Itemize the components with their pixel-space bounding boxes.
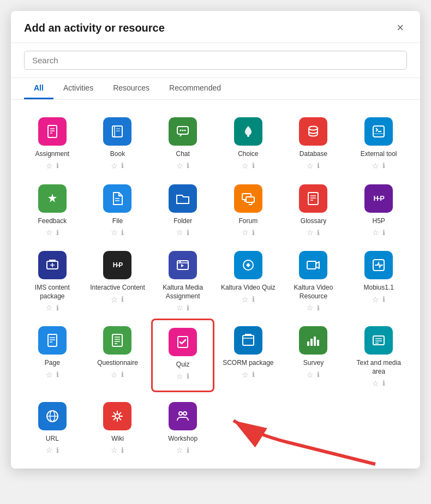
item-database[interactable]: Database ☆ ℹ bbox=[282, 110, 345, 175]
folder-icon bbox=[169, 184, 197, 213]
questionnaire-actions: ☆ ℹ bbox=[111, 370, 124, 379]
item-chat[interactable]: Chat ☆ ℹ bbox=[151, 110, 214, 175]
feedback-info[interactable]: ℹ bbox=[56, 229, 59, 237]
quiz-star[interactable]: ☆ bbox=[176, 372, 183, 381]
item-wiki[interactable]: Wiki ☆ ℹ bbox=[86, 394, 149, 459]
item-kaltura-video-resource[interactable]: Kaltura Video Resource ☆ ℹ bbox=[282, 243, 345, 316]
glossary-info[interactable]: ℹ bbox=[317, 229, 320, 237]
item-workshop[interactable]: Workshop ☆ ℹ bbox=[151, 394, 214, 459]
svg-rect-18 bbox=[246, 197, 254, 202]
mobius-info[interactable]: ℹ bbox=[382, 295, 385, 303]
assignment-star[interactable]: ☆ bbox=[46, 161, 53, 170]
ims-info[interactable]: ℹ bbox=[56, 304, 59, 312]
item-ims[interactable]: IMS content package ☆ ℹ bbox=[21, 243, 84, 316]
svg-point-9 bbox=[182, 130, 184, 131]
folder-info[interactable]: ℹ bbox=[187, 229, 189, 237]
scorm-star[interactable]: ☆ bbox=[242, 370, 249, 379]
book-info[interactable]: ℹ bbox=[121, 161, 124, 170]
interactive-content-info[interactable]: ℹ bbox=[121, 295, 124, 303]
item-quiz[interactable]: Quiz ☆ ℹ bbox=[151, 319, 214, 392]
questionnaire-info[interactable]: ℹ bbox=[121, 370, 124, 379]
workshop-info[interactable]: ℹ bbox=[187, 446, 189, 454]
questionnaire-icon bbox=[103, 326, 131, 355]
search-input[interactable] bbox=[24, 51, 407, 70]
item-choice[interactable]: Choice ☆ ℹ bbox=[217, 110, 280, 175]
svg-point-65 bbox=[183, 412, 187, 415]
item-assignment[interactable]: Assignment ☆ ℹ bbox=[21, 110, 84, 175]
choice-info[interactable]: ℹ bbox=[252, 161, 255, 170]
item-forum[interactable]: Forum ☆ ℹ bbox=[217, 177, 280, 242]
kaltura-video-resource-star[interactable]: ☆ bbox=[307, 303, 314, 312]
h5p-info[interactable]: ℹ bbox=[382, 229, 385, 237]
workshop-star[interactable]: ☆ bbox=[176, 446, 183, 454]
wiki-star[interactable]: ☆ bbox=[111, 446, 118, 454]
external-tool-star[interactable]: ☆ bbox=[372, 161, 379, 170]
assignment-icon bbox=[38, 117, 67, 146]
item-survey[interactable]: Survey ☆ ℹ bbox=[282, 319, 345, 392]
tab-resources[interactable]: Resources bbox=[103, 78, 159, 99]
item-feedback[interactable]: Feedback ☆ ℹ bbox=[21, 177, 84, 242]
wiki-icon bbox=[103, 402, 131, 430]
page-star[interactable]: ☆ bbox=[46, 370, 53, 379]
url-star[interactable]: ☆ bbox=[46, 446, 53, 454]
folder-star[interactable]: ☆ bbox=[176, 228, 183, 237]
item-h5p[interactable]: H-P H5P ☆ ℹ bbox=[347, 177, 410, 242]
svg-line-61 bbox=[119, 417, 121, 419]
file-info[interactable]: ℹ bbox=[121, 229, 124, 237]
external-tool-info[interactable]: ℹ bbox=[382, 161, 385, 170]
feedback-actions: ☆ ℹ bbox=[46, 228, 59, 237]
item-glossary[interactable]: Glossary ☆ ℹ bbox=[282, 177, 345, 242]
feedback-star[interactable]: ☆ bbox=[46, 228, 53, 237]
item-text-media[interactable]: Text and media area ☆ ℹ bbox=[347, 319, 410, 392]
item-kaltura-video-quiz[interactable]: Kaltura Video Quiz ☆ ℹ bbox=[217, 243, 280, 316]
item-external-tool[interactable]: External tool ☆ ℹ bbox=[347, 110, 410, 175]
survey-star[interactable]: ☆ bbox=[307, 370, 314, 379]
kaltura-media-info[interactable]: ℹ bbox=[187, 304, 189, 312]
database-info[interactable]: ℹ bbox=[317, 161, 320, 170]
assignment-info[interactable]: ℹ bbox=[56, 161, 59, 170]
text-media-info[interactable]: ℹ bbox=[382, 379, 385, 387]
database-star[interactable]: ☆ bbox=[307, 161, 314, 170]
item-questionnaire[interactable]: Questionnaire ☆ ℹ bbox=[86, 319, 149, 392]
wiki-info[interactable]: ℹ bbox=[121, 446, 124, 454]
item-page[interactable]: Page ☆ ℹ bbox=[21, 319, 84, 392]
text-media-star[interactable]: ☆ bbox=[372, 379, 379, 388]
page-info[interactable]: ℹ bbox=[56, 370, 59, 379]
interactive-content-star[interactable]: ☆ bbox=[111, 295, 118, 304]
h5p-star[interactable]: ☆ bbox=[372, 228, 379, 237]
chat-star[interactable]: ☆ bbox=[176, 161, 183, 170]
survey-info[interactable]: ℹ bbox=[317, 370, 320, 379]
kaltura-media-star[interactable]: ☆ bbox=[176, 303, 183, 312]
file-star[interactable]: ☆ bbox=[111, 228, 118, 237]
item-folder[interactable]: Folder ☆ ℹ bbox=[151, 177, 214, 242]
close-button[interactable]: × bbox=[393, 21, 407, 35]
book-star[interactable]: ☆ bbox=[111, 161, 118, 170]
forum-info[interactable]: ℹ bbox=[252, 229, 255, 237]
kaltura-video-quiz-star[interactable]: ☆ bbox=[242, 295, 249, 304]
item-mobius[interactable]: Mobius1.1 ☆ ℹ bbox=[347, 243, 410, 316]
quiz-info[interactable]: ℹ bbox=[187, 372, 189, 380]
ims-star[interactable]: ☆ bbox=[46, 303, 53, 312]
url-info[interactable]: ℹ bbox=[56, 446, 59, 454]
questionnaire-star[interactable]: ☆ bbox=[111, 370, 118, 379]
glossary-star[interactable]: ☆ bbox=[307, 228, 314, 237]
tab-recommended[interactable]: Recommended bbox=[159, 78, 231, 99]
kaltura-video-quiz-info[interactable]: ℹ bbox=[252, 295, 255, 303]
text-media-icon bbox=[364, 326, 393, 355]
forum-star[interactable]: ☆ bbox=[242, 228, 249, 237]
item-book[interactable]: Book ☆ ℹ bbox=[86, 110, 149, 175]
scorm-info[interactable]: ℹ bbox=[252, 370, 255, 379]
item-scorm[interactable]: SCORM package ☆ ℹ bbox=[217, 319, 280, 392]
tab-activities[interactable]: Activities bbox=[53, 78, 103, 99]
choice-actions: ☆ ℹ bbox=[242, 161, 255, 170]
choice-star[interactable]: ☆ bbox=[242, 161, 249, 170]
item-url[interactable]: URL ☆ ℹ bbox=[21, 394, 84, 459]
item-kaltura-media[interactable]: Kaltura Media Assignment ☆ ℹ bbox=[151, 243, 214, 316]
chat-info[interactable]: ℹ bbox=[187, 161, 189, 170]
tab-all[interactable]: All bbox=[24, 78, 53, 99]
mobius-star[interactable]: ☆ bbox=[372, 295, 379, 304]
kaltura-video-resource-info[interactable]: ℹ bbox=[317, 304, 320, 312]
item-file[interactable]: File ☆ ℹ bbox=[86, 177, 149, 242]
item-interactive-content[interactable]: H-P Interactive Content ☆ ℹ bbox=[86, 243, 149, 316]
svg-rect-44 bbox=[307, 341, 309, 346]
